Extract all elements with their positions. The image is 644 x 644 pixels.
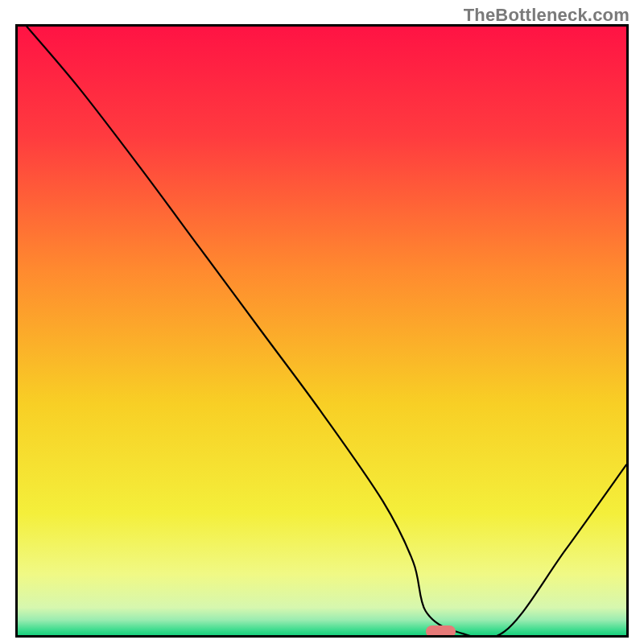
chart-container: TheBottleneck.com	[0, 0, 644, 644]
bottleneck-curve	[18, 27, 626, 635]
plot-frame	[15, 24, 629, 638]
watermark-text: TheBottleneck.com	[464, 5, 630, 26]
optimal-marker	[426, 625, 456, 638]
